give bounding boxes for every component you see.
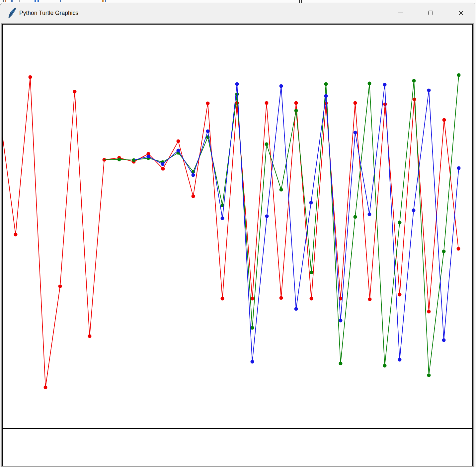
series-red-point [398, 293, 402, 297]
series-red-point [427, 310, 431, 314]
series-red-point [413, 98, 416, 101]
series-blue-point [279, 84, 283, 88]
series-green-point [324, 82, 328, 86]
series-green-point [310, 271, 313, 274]
series-blue-point [294, 307, 298, 311]
series-red-point [29, 75, 32, 79]
background-window-fragment [60, 0, 61, 2]
screen: Python Turtle Graphics [0, 0, 476, 467]
series-green [104, 73, 461, 377]
series-green-point [398, 221, 402, 225]
series-red-point [88, 334, 92, 338]
series-red-point [58, 285, 62, 288]
series-blue-point [383, 83, 387, 87]
series-green-point [294, 109, 298, 113]
series-red-point [14, 233, 18, 236]
series-blue-point [192, 173, 195, 177]
series-red-point [251, 297, 254, 301]
python-feather-icon [7, 7, 17, 19]
background-window-fragment [105, 0, 106, 2]
chart-svg [2, 24, 473, 466]
series-blue-point [235, 82, 239, 86]
background-window-fragment [301, 0, 302, 3]
series-green-line [104, 75, 459, 375]
background-window-fragment [35, 0, 36, 2]
titlebar[interactable]: Python Turtle Graphics [0, 3, 475, 23]
series-blue-point [309, 201, 313, 205]
series-blue-point [354, 131, 357, 135]
series-blue-line [134, 84, 459, 362]
series-red-point [354, 101, 357, 105]
series-blue-point [442, 338, 446, 342]
series-red-point [192, 195, 195, 198]
series-blue-point [339, 319, 343, 323]
series-red-point [368, 298, 372, 301]
close-icon [458, 10, 464, 16]
series-red-point [177, 140, 180, 143]
turtle-canvas [2, 24, 473, 466]
series-red-point [206, 102, 210, 105]
series-blue-point [265, 215, 269, 218]
series-blue-point [147, 155, 150, 158]
series-green-point [412, 79, 416, 83]
background-window-fragment [38, 0, 39, 2]
series-red [3, 75, 460, 389]
close-button[interactable] [451, 5, 471, 21]
series-blue-point [412, 209, 416, 212]
series-blue-point [177, 149, 180, 152]
series-red-point [161, 167, 165, 171]
series-red-point [310, 297, 313, 301]
series-blue-point [427, 89, 431, 92]
maximize-button[interactable] [421, 5, 440, 21]
minimize-icon [398, 13, 403, 13]
series-red-point [265, 101, 269, 105]
series-red-point [294, 101, 298, 105]
series-blue-point [221, 217, 224, 220]
background-window-fragment [11, 0, 13, 2]
series-blue-point [324, 94, 328, 98]
series-green-point [279, 188, 283, 192]
series-blue-point [161, 162, 165, 166]
background-window-fragment [3, 0, 4, 2]
series-red-point [279, 296, 283, 300]
series-green-point [368, 82, 371, 85]
background-window-fragment [102, 0, 104, 2]
canvas-frame [1, 23, 474, 467]
series-green-point [457, 73, 461, 77]
series-red-point [442, 118, 446, 122]
window-title: Python Turtle Graphics [19, 3, 78, 23]
series-blue-point [398, 358, 402, 362]
series-green-point [427, 374, 431, 377]
series-green-point [265, 142, 269, 146]
series-blue-point [206, 130, 210, 133]
series-red-point [44, 386, 47, 389]
series-blue-point [457, 166, 461, 170]
series-blue-point [251, 360, 254, 364]
series-red-line [3, 77, 458, 387]
series-red-point [383, 103, 387, 106]
series-blue-point [368, 213, 371, 216]
turtle-window: Python Turtle Graphics [0, 3, 475, 467]
series-green-point [118, 158, 121, 161]
series-red-point [457, 247, 460, 251]
series-green-point [383, 364, 387, 368]
background-window-fragment [19, 0, 20, 2]
series-green-point [251, 326, 254, 330]
background-window-fragment [5, 0, 6, 2]
series-green-point [354, 215, 357, 219]
series-green-point [339, 362, 343, 365]
series-red-point [221, 297, 224, 301]
maximize-icon [428, 11, 433, 15]
minimize-button[interactable] [391, 5, 410, 21]
series-green-point [442, 250, 446, 253]
series-red-point [73, 90, 77, 94]
background-window-fragment [299, 0, 300, 3]
